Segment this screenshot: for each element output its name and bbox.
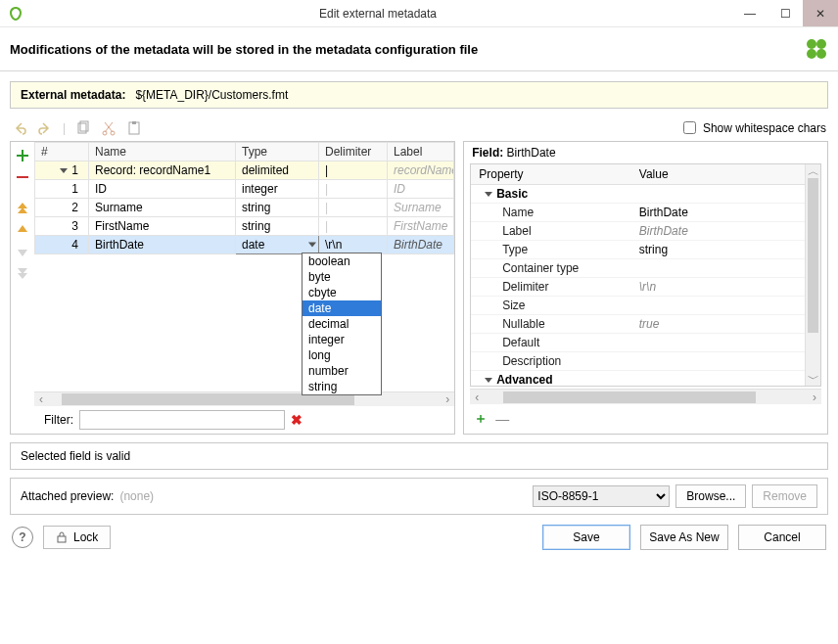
browse-button[interactable]: Browse... bbox=[675, 484, 746, 508]
close-button[interactable]: ✕ bbox=[803, 0, 838, 26]
prop-row[interactable]: Typestring bbox=[471, 241, 805, 259]
clear-filter-icon[interactable]: ✖ bbox=[291, 412, 303, 428]
col-type[interactable]: Type bbox=[236, 143, 319, 161]
move-down-icon[interactable] bbox=[15, 244, 30, 259]
toolbar: | Show whitespace chars bbox=[0, 115, 838, 141]
table-row[interactable]: 4 BirthDate date \r\n BirthDate bbox=[35, 236, 454, 254]
dropdown-option[interactable]: string bbox=[303, 379, 381, 394]
properties-hscroll[interactable]: ‹› bbox=[470, 389, 821, 404]
paste-icon[interactable] bbox=[126, 120, 142, 136]
redo-icon[interactable] bbox=[37, 120, 53, 136]
save-button[interactable]: Save bbox=[542, 525, 630, 550]
copy-icon[interactable] bbox=[75, 120, 91, 136]
col-name[interactable]: Name bbox=[89, 143, 236, 161]
properties-table[interactable]: Property Value Basic NameBirthDate Label… bbox=[471, 164, 805, 386]
col-num[interactable]: # bbox=[35, 143, 89, 161]
preview-value: (none) bbox=[119, 489, 154, 503]
move-top-icon[interactable] bbox=[15, 201, 30, 216]
main-split: # Name Type Delimiter Label 1 Record: re… bbox=[0, 141, 838, 435]
save-as-new-button[interactable]: Save As New bbox=[640, 525, 728, 550]
svg-point-3 bbox=[816, 49, 826, 59]
external-metadata-bar: External metadata: ${META_DIR}/Customers… bbox=[10, 81, 828, 109]
col-delimiter[interactable]: Delimiter bbox=[319, 143, 388, 161]
table-row[interactable]: 1 Record: recordName1 delimited | record… bbox=[35, 161, 454, 180]
fields-table[interactable]: # Name Type Delimiter Label 1 Record: re… bbox=[34, 142, 454, 391]
add-property-icon[interactable]: ＋ bbox=[474, 410, 488, 428]
properties-vscroll[interactable]: ︿﹀ bbox=[805, 164, 820, 386]
prop-row[interactable]: Default bbox=[471, 334, 805, 352]
fields-pane: # Name Type Delimiter Label 1 Record: re… bbox=[10, 141, 455, 435]
filter-label: Filter: bbox=[44, 413, 73, 427]
lock-icon bbox=[56, 531, 68, 543]
undo-icon[interactable] bbox=[12, 120, 27, 136]
prop-row[interactable]: Container type bbox=[471, 259, 805, 278]
group-advanced[interactable]: Advanced bbox=[471, 371, 631, 387]
add-field-icon[interactable] bbox=[15, 148, 30, 163]
fields-side-toolbar bbox=[11, 142, 34, 404]
svg-rect-9 bbox=[132, 121, 136, 124]
filter-row: Filter: ✖ bbox=[11, 404, 454, 434]
status-bar: Selected field is valid bbox=[10, 442, 828, 470]
table-row[interactable]: 3 FirstName string | FirstName bbox=[35, 217, 454, 236]
svg-point-1 bbox=[816, 39, 826, 49]
svg-rect-10 bbox=[58, 536, 66, 542]
remove-button: Remove bbox=[752, 484, 817, 508]
dropdown-option[interactable]: date bbox=[303, 300, 381, 316]
col-property[interactable]: Property bbox=[471, 164, 631, 185]
window-title: Edit external metadata bbox=[23, 7, 732, 21]
field-heading: Field: BirthDate bbox=[464, 142, 827, 163]
clover-icon bbox=[805, 37, 828, 61]
dropdown-option[interactable]: boolean bbox=[303, 253, 381, 269]
type-dropdown[interactable]: boolean byte cbyte date decimal integer … bbox=[302, 253, 382, 395]
dropdown-option[interactable]: number bbox=[303, 363, 381, 379]
prop-row[interactable]: NameBirthDate bbox=[471, 204, 805, 222]
type-combobox[interactable]: date bbox=[236, 236, 319, 254]
cancel-button[interactable]: Cancel bbox=[738, 525, 826, 550]
group-basic[interactable]: Basic bbox=[471, 185, 631, 204]
col-value[interactable]: Value bbox=[631, 164, 805, 185]
encoding-select[interactable]: ISO-8859-1 bbox=[533, 485, 670, 507]
app-icon bbox=[8, 6, 23, 22]
move-bottom-icon[interactable] bbox=[15, 265, 30, 281]
table-row[interactable]: 1 ID integer | ID bbox=[35, 180, 454, 199]
prop-row[interactable]: Nullabletrue bbox=[471, 315, 805, 334]
dialog-header: Modifications of the metadata will be st… bbox=[0, 27, 838, 71]
preview-bar: Attached preview: (none) ISO-8859-1 Brow… bbox=[10, 478, 828, 515]
remove-property-icon[interactable]: — bbox=[495, 411, 509, 427]
dropdown-option[interactable]: byte bbox=[303, 269, 381, 285]
properties-pane: Field: BirthDate Property Value Basic Na… bbox=[463, 141, 828, 435]
maximize-button[interactable]: ☐ bbox=[768, 0, 803, 26]
prop-row[interactable]: LabelBirthDate bbox=[471, 222, 805, 241]
minimize-button[interactable]: — bbox=[732, 0, 768, 26]
svg-point-2 bbox=[807, 49, 816, 59]
help-icon[interactable]: ? bbox=[12, 527, 33, 548]
move-up-icon[interactable] bbox=[15, 222, 30, 238]
fields-table-wrap: # Name Type Delimiter Label 1 Record: re… bbox=[34, 142, 454, 404]
titlebar: Edit external metadata — ☐ ✕ bbox=[0, 0, 838, 27]
prop-row[interactable]: Delimiter\r\n bbox=[471, 278, 805, 297]
window-buttons: — ☐ ✕ bbox=[732, 0, 838, 26]
prop-row[interactable]: Description bbox=[471, 352, 805, 371]
preview-label: Attached preview: bbox=[21, 489, 114, 503]
dialog-heading: Modifications of the metadata will be st… bbox=[10, 42, 478, 57]
dropdown-option[interactable]: decimal bbox=[303, 316, 381, 332]
fields-header-row: # Name Type Delimiter Label bbox=[35, 143, 454, 161]
remove-field-icon[interactable] bbox=[15, 169, 30, 185]
show-whitespace-input[interactable] bbox=[683, 121, 696, 134]
external-metadata-label: External metadata: bbox=[21, 88, 125, 102]
filter-input[interactable] bbox=[79, 410, 285, 430]
col-label[interactable]: Label bbox=[388, 143, 454, 161]
table-row[interactable]: 2 Surname string | Surname bbox=[35, 199, 454, 217]
dropdown-option[interactable]: long bbox=[303, 347, 381, 363]
dropdown-option[interactable]: integer bbox=[303, 332, 381, 347]
dialog-footer: ? Lock Save Save As New Cancel bbox=[0, 515, 838, 560]
dropdown-option[interactable]: cbyte bbox=[303, 285, 381, 300]
external-metadata-path: ${META_DIR}/Customers.fmt bbox=[135, 88, 288, 102]
status-text: Selected field is valid bbox=[21, 449, 130, 463]
cut-icon[interactable] bbox=[101, 120, 116, 136]
prop-row[interactable]: Size bbox=[471, 297, 805, 315]
fields-hscroll[interactable]: ‹› bbox=[34, 391, 454, 406]
lock-button[interactable]: Lock bbox=[43, 526, 111, 549]
show-whitespace-checkbox[interactable]: Show whitespace chars bbox=[679, 118, 826, 137]
svg-point-0 bbox=[807, 39, 816, 49]
